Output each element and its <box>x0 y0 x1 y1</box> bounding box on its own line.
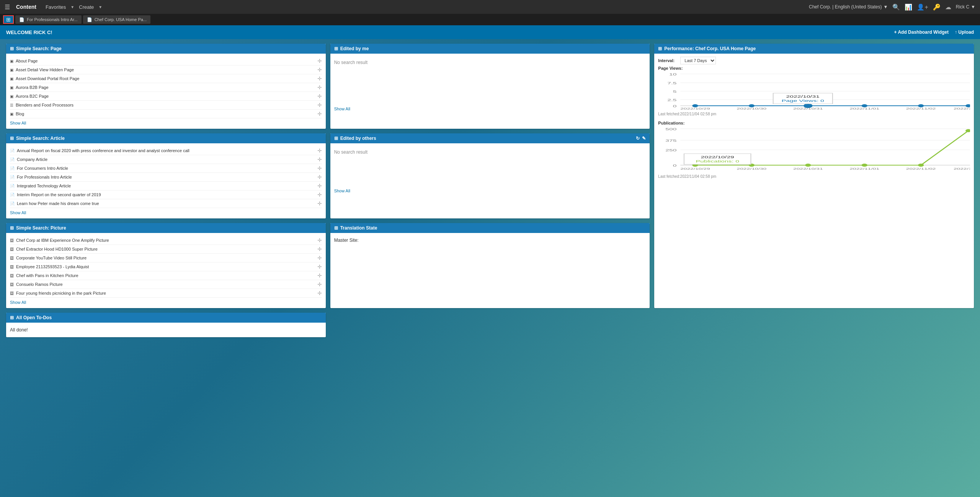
all-open-todos-widget: ⊞ All Open To-Dos All done! <box>6 313 326 337</box>
picture-icon: 🖼 <box>10 247 14 251</box>
cloud-icon[interactable]: ☁ <box>945 3 951 11</box>
list-item: 📄Interim Report on the second quarter of… <box>10 190 322 199</box>
person-add-icon[interactable]: 👤+ <box>917 3 928 11</box>
move-icon[interactable]: ✛ <box>317 93 322 99</box>
show-all-edited-me[interactable]: Show All <box>334 107 646 111</box>
move-icon[interactable]: ✛ <box>317 290 322 296</box>
widget-body-translation: Master Site: <box>330 233 650 248</box>
analytics-icon[interactable]: 📊 <box>905 3 912 11</box>
svg-point-39 <box>862 164 868 167</box>
widget-header-edited-me: ⊞ Edited by me <box>330 44 650 54</box>
app-logo: Content <box>16 4 36 10</box>
user-menu[interactable]: Rick C ▼ <box>956 4 975 10</box>
picture-icon: 🖼 <box>10 291 14 295</box>
move-icon[interactable]: ✛ <box>317 255 322 261</box>
move-icon[interactable]: ✛ <box>317 102 322 108</box>
last-fetched-1: Last fetched:2022/11/04 02:58 pm <box>658 112 970 116</box>
key-icon[interactable]: 🔑 <box>933 3 941 11</box>
nav-favorites[interactable]: Favorites <box>42 3 69 11</box>
svg-text:Publications: 0: Publications: 0 <box>696 159 740 163</box>
svg-text:10: 10 <box>669 72 677 76</box>
no-result-text: No search result <box>334 57 646 68</box>
move-icon[interactable]: ✛ <box>317 246 322 252</box>
list-item: 🖼Chef Extractor Hood HD1000 Super Pictur… <box>10 245 322 254</box>
move-icon[interactable]: ✛ <box>317 264 322 270</box>
add-widget-button[interactable]: + Add Dashboard Widget <box>894 30 949 35</box>
svg-text:2.5: 2.5 <box>668 98 677 102</box>
page-views-svg: 10 7.5 5 2.5 0 <box>658 72 970 110</box>
home-icon: ⊞ <box>6 16 11 23</box>
widget-body-search-page: ▣About Page ✛ ▣Asset Detail View Hidden … <box>6 54 326 129</box>
nav-right: Chef Corp. | English (United States) ▼ 🔍… <box>809 3 975 11</box>
move-icon[interactable]: ✛ <box>317 148 322 154</box>
tab-chef-home[interactable]: 📄 Chef Corp. USA Home Pa... <box>83 15 150 24</box>
move-icon[interactable]: ✛ <box>317 84 322 90</box>
list-item: ▣Blog ✛ <box>10 110 322 118</box>
widget-icon-todos: ⊞ <box>10 315 14 320</box>
page-icon: ▣ <box>10 112 13 116</box>
list-item: 🖼Four young friends picnicking in the pa… <box>10 289 322 298</box>
widget-body-edited-me: No search result Show All <box>330 54 650 114</box>
translation-state-widget: ⊞ Translation State Master Site: <box>330 223 650 308</box>
page-icon: ▣ <box>10 77 13 81</box>
refresh-icon[interactable]: ↻ <box>636 136 640 141</box>
edit-icon[interactable]: ✎ <box>642 136 646 141</box>
move-icon[interactable]: ✛ <box>317 183 322 189</box>
svg-text:500: 500 <box>666 127 677 131</box>
home-tab[interactable]: ⊞ <box>3 15 14 24</box>
widget-icon-performance: ⊞ <box>658 46 662 51</box>
performance-body: Interval: Last 7 Days Page Views: <box>654 54 974 186</box>
move-icon[interactable]: ✛ <box>317 165 322 171</box>
svg-text:2022/10/29: 2022/10/29 <box>681 167 710 171</box>
move-icon[interactable]: ✛ <box>317 75 322 82</box>
move-icon[interactable]: ✛ <box>317 237 322 243</box>
widget-icon-edited-me: ⊞ <box>334 46 338 51</box>
widget-actions-edited-others: ↻ ✎ <box>636 136 646 141</box>
show-all-pages[interactable]: Show All <box>10 121 26 125</box>
move-icon[interactable]: ✛ <box>317 111 322 117</box>
show-all-articles[interactable]: Show All <box>10 210 26 215</box>
simple-search-page-widget: ⊞ Simple Search: Page ▣About Page ✛ ▣Ass… <box>6 44 326 129</box>
interval-label: Interval: <box>658 58 677 63</box>
page-icon: ▣ <box>10 94 13 98</box>
publications-chart: 500 375 250 0 <box>658 127 970 173</box>
move-icon[interactable]: ✛ <box>317 67 322 73</box>
tab-professionals[interactable]: 📄 For Professionals Intro Ar... <box>15 15 82 24</box>
move-icon[interactable]: ✛ <box>317 156 322 162</box>
search-icon[interactable]: 🔍 <box>892 3 900 11</box>
show-all-edited-others[interactable]: Show All <box>334 189 646 193</box>
picture-icon: 🖼 <box>10 265 14 269</box>
nav-create[interactable]: Create <box>76 3 97 11</box>
create-arrow: ▼ <box>98 5 102 9</box>
article-icon: 📄 <box>10 149 15 153</box>
article-icon: 📄 <box>10 157 15 162</box>
upload-button[interactable]: ↑ Upload <box>955 30 974 35</box>
move-icon[interactable]: ✛ <box>317 272 322 279</box>
widget-header-performance: ⊞ Performance: Chef Corp. USA Home Page <box>654 44 974 54</box>
svg-point-40 <box>918 164 924 167</box>
svg-text:250: 250 <box>666 148 677 152</box>
widget-header-search-article: ⊞ Simple Search: Article <box>6 133 326 143</box>
move-icon[interactable]: ✛ <box>317 58 322 64</box>
move-icon[interactable]: ✛ <box>317 174 322 180</box>
list-item: 🖼Chef Corp at IBM Experience One Amplify… <box>10 236 322 245</box>
edited-by-me-widget: ⊞ Edited by me No search result Show All <box>330 44 650 129</box>
move-icon[interactable]: ✛ <box>317 200 322 207</box>
widget-icon-translation: ⊞ <box>334 225 338 231</box>
picture-icon: 🖼 <box>10 256 14 260</box>
svg-text:5: 5 <box>673 90 677 93</box>
move-icon[interactable]: ✛ <box>317 192 322 198</box>
svg-text:2022/10/29: 2022/10/29 <box>701 155 735 159</box>
svg-text:0: 0 <box>673 164 677 167</box>
picture-icon: 🖼 <box>10 238 14 243</box>
tenant-selector[interactable]: Chef Corp. | English (United States) ▼ <box>809 4 888 10</box>
interval-select[interactable]: Last 7 Days <box>680 57 716 64</box>
move-icon[interactable]: ✛ <box>317 281 322 287</box>
svg-text:2022/10/31: 2022/10/31 <box>793 107 823 110</box>
widget-header-todos: ⊞ All Open To-Dos <box>6 313 326 323</box>
show-all-pictures[interactable]: Show All <box>10 300 26 305</box>
interval-row: Interval: Last 7 Days <box>658 57 970 64</box>
hamburger-icon[interactable]: ☰ <box>5 3 10 11</box>
favorites-arrow: ▼ <box>70 5 74 9</box>
list-item: ▣Aurora B2C Page ✛ <box>10 92 322 101</box>
